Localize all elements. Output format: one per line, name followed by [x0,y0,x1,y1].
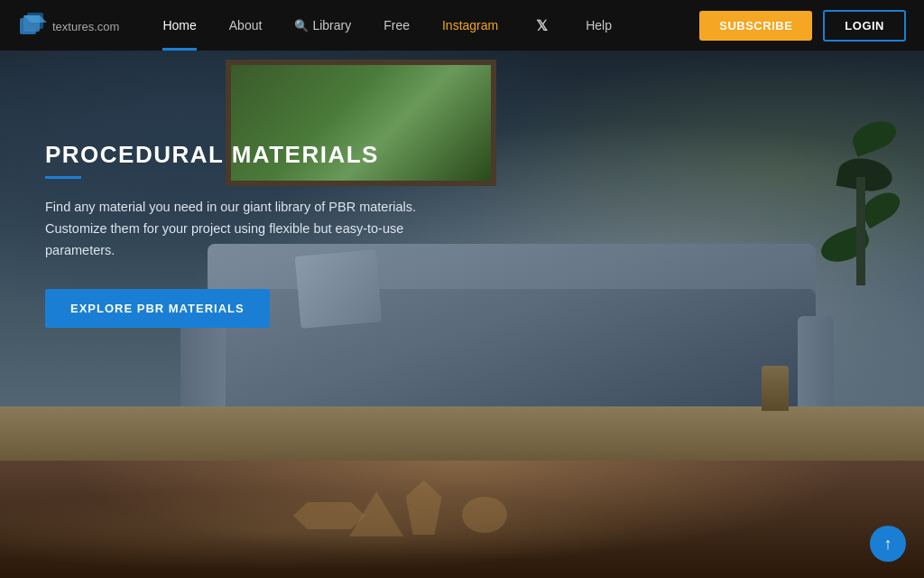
subscribe-button[interactable]: SUBSCRIBE [699,11,812,41]
logo[interactable]: textures.com [18,11,119,40]
floor-decoration [0,406,924,461]
x-social-icon: 𝕏 [531,17,553,34]
nav-item-library[interactable]: 🔍 Library [278,0,367,51]
nav-item-x[interactable]: 𝕏 [514,0,569,51]
hero-title-underline [45,176,81,179]
hero-title: PROCEDURAL MATERIALS [45,141,442,169]
nav-item-home[interactable]: Home [146,0,212,51]
navbar: textures.com Home About 🔍 Library Free I… [0,0,924,51]
cup-decoration [762,366,789,411]
chevron-up-icon: ↑ [884,535,892,554]
nav-links: Home About 🔍 Library Free Instagram 𝕏 He… [146,0,699,51]
nav-item-about[interactable]: About [213,0,279,51]
hero-description: Find any material you need in our giant … [45,197,442,262]
nav-item-help[interactable]: Help [569,0,628,51]
bottom-section [0,461,924,578]
relief-decoration [180,470,744,578]
nav-right: SUBSCRIBE LOGIN [699,10,906,42]
explore-button[interactable]: EXPLORE PBR MATERIALS [45,289,270,328]
logo-icon [18,11,47,40]
nav-item-instagram[interactable]: Instagram [426,0,514,51]
hero-section: PROCEDURAL MATERIALS Find any material y… [0,51,924,461]
plant-decoration [825,105,897,285]
scroll-top-button[interactable]: ↑ [870,526,906,562]
search-icon: 🔍 [294,19,309,33]
hero-content: PROCEDURAL MATERIALS Find any material y… [45,141,442,328]
logo-text: textures.com [52,16,119,35]
nav-item-free[interactable]: Free [367,0,426,51]
login-button[interactable]: LOGIN [823,10,906,42]
